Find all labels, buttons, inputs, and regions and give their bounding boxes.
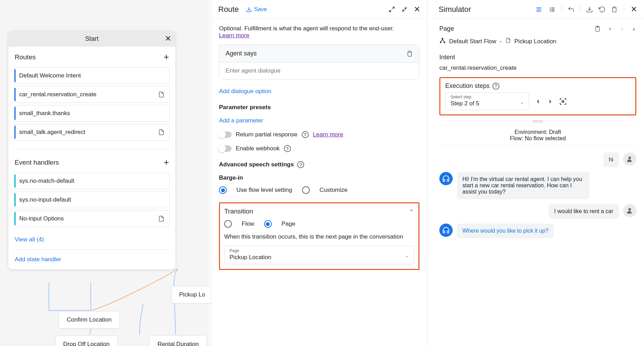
- svg-line-3: [405, 7, 407, 9]
- transition-section: Transition Flow Page When this transitio…: [219, 202, 419, 270]
- user-avatar-icon: [623, 204, 636, 217]
- partial-response-toggle[interactable]: [219, 131, 232, 138]
- advanced-speech-label: Advanced speech settings: [219, 161, 294, 168]
- route-panel: Route Save ✕ Optional. Fulfillment is wh…: [211, 0, 427, 346]
- event-handler-item[interactable]: No-input Options: [14, 210, 170, 227]
- svg-point-19: [624, 10, 624, 10]
- flow-header: Start ✕: [8, 31, 175, 47]
- breadcrumb-flow[interactable]: Default Start Flow: [449, 38, 496, 45]
- bot-message: Hi! I'm the virtual car rental agent. I …: [457, 172, 590, 199]
- route-item[interactable]: small_talk.agent_redirect: [14, 124, 170, 141]
- flow-icon: [439, 37, 446, 45]
- flow-title: Start: [85, 35, 98, 43]
- collapse-icon[interactable]: [631, 27, 636, 31]
- handler-label: sys.no-input-default: [19, 196, 71, 203]
- more-icon[interactable]: [623, 6, 625, 13]
- bot-avatar-icon: [439, 224, 453, 237]
- undo-icon[interactable]: [568, 6, 575, 13]
- close-icon[interactable]: ✕: [165, 34, 171, 43]
- transition-flow-radio[interactable]: [224, 220, 232, 228]
- save-button[interactable]: Save: [246, 6, 267, 13]
- view-all-link[interactable]: View all (4): [8, 233, 175, 247]
- learn-more-link[interactable]: Learn more: [313, 131, 343, 138]
- delete-icon[interactable]: [611, 6, 617, 13]
- help-icon[interactable]: ?: [284, 145, 291, 152]
- svg-point-22: [442, 38, 444, 40]
- view-list-icon[interactable]: [535, 6, 543, 13]
- svg-rect-15: [551, 10, 555, 11]
- chevron-right-icon[interactable]: [620, 25, 624, 32]
- download-icon[interactable]: [586, 6, 593, 13]
- help-icon[interactable]: ?: [297, 161, 304, 168]
- svg-point-28: [562, 100, 564, 103]
- close-icon[interactable]: ✕: [414, 5, 420, 14]
- node-dropoff-location[interactable]: Drop Off Location: [55, 336, 118, 346]
- route-label: Default Welcome Intent: [19, 72, 81, 79]
- simulator-title: Simulator: [439, 5, 471, 14]
- select-value: Pickup Location: [229, 254, 409, 261]
- learn-more-link[interactable]: Learn more: [219, 32, 249, 39]
- close-icon[interactable]: ✕: [631, 5, 637, 14]
- intent-label: Intent: [439, 54, 636, 61]
- save-icon: [246, 6, 252, 13]
- breadcrumb-page[interactable]: Pickup Location: [514, 38, 556, 45]
- chevron-left-icon[interactable]: [608, 25, 613, 32]
- route-item[interactable]: car_rental.reservation_create: [14, 86, 170, 103]
- chevron-up-icon[interactable]: [409, 208, 414, 215]
- route-label: car_rental.reservation_create: [19, 91, 96, 98]
- prev-step-icon[interactable]: [535, 98, 541, 105]
- event-handlers-section-header: Event handlers +: [8, 152, 175, 171]
- route-title: Route: [218, 5, 239, 14]
- transition-page-radio[interactable]: [264, 220, 272, 228]
- delete-icon[interactable]: [407, 50, 413, 57]
- route-header: Route Save ✕: [211, 0, 427, 19]
- svg-rect-14: [550, 10, 551, 11]
- expand-icon[interactable]: [389, 6, 395, 13]
- barge-flow-level-radio[interactable]: [219, 186, 227, 194]
- barge-customize-radio[interactable]: [302, 186, 310, 194]
- event-handler-item[interactable]: sys.no-match-default: [14, 173, 170, 189]
- node-pickup-location[interactable]: Pickup Lo: [171, 286, 213, 303]
- bot-avatar-icon: [439, 172, 453, 185]
- user-message: I would like to rent a car: [549, 204, 619, 219]
- svg-line-1: [393, 7, 394, 9]
- routes-section-header: Routes +: [8, 47, 175, 65]
- focus-icon[interactable]: [559, 98, 567, 105]
- add-parameter-link[interactable]: Add a parameter: [219, 117, 263, 124]
- agent-dialogue-input[interactable]: [219, 62, 419, 79]
- clipboard-icon[interactable]: [594, 25, 601, 32]
- node-confirm-location[interactable]: Confirm Location: [59, 311, 120, 329]
- handler-label: sys.no-match-default: [19, 178, 74, 185]
- view-split-icon[interactable]: [548, 6, 556, 13]
- route-label: small_thank.thanks: [19, 110, 70, 117]
- transition-title: Transition: [224, 208, 253, 215]
- help-icon[interactable]: ?: [302, 131, 309, 138]
- reset-icon[interactable]: [599, 6, 606, 13]
- transition-flow-label: Flow: [242, 220, 254, 227]
- add-state-handler-link[interactable]: Add state handler: [8, 253, 175, 269]
- step-select[interactable]: Select step Step 2 of 5: [445, 92, 529, 110]
- webhook-toggle[interactable]: [219, 145, 232, 152]
- event-handler-item[interactable]: sys.no-input-default: [14, 191, 170, 208]
- help-icon[interactable]: ?: [492, 83, 499, 90]
- transition-page-select[interactable]: Page Pickup Location: [224, 246, 414, 265]
- flow-panel: Start ✕ Routes + Default Welcome Intent …: [8, 31, 175, 269]
- svg-rect-12: [550, 9, 551, 10]
- bot-message: Where would you like to pick it up?: [457, 224, 554, 238]
- collapse-icon[interactable]: [401, 6, 408, 13]
- step-value: Step 2 of 5: [451, 100, 524, 107]
- add-dialogue-link[interactable]: Add dialogue option: [219, 88, 271, 95]
- next-step-icon[interactable]: [547, 98, 553, 105]
- simulator-panel: Simulator ✕ Page Default Start: [432, 0, 644, 346]
- page-label: Page: [439, 25, 454, 32]
- drag-handle[interactable]: [533, 120, 543, 122]
- add-route-icon[interactable]: +: [164, 52, 169, 62]
- node-rental-duration[interactable]: Rental Duration: [149, 336, 207, 346]
- routes-list: Default Welcome Intent car_rental.reserv…: [8, 67, 175, 146]
- partial-response-label: Return partial response: [236, 131, 298, 138]
- handler-label: No-input Options: [19, 215, 64, 222]
- event-handlers-list: sys.no-match-default sys.no-input-defaul…: [8, 173, 175, 233]
- route-item[interactable]: small_thank.thanks: [14, 105, 170, 122]
- add-handler-icon[interactable]: +: [164, 157, 169, 168]
- route-item[interactable]: Default Welcome Intent: [14, 67, 170, 84]
